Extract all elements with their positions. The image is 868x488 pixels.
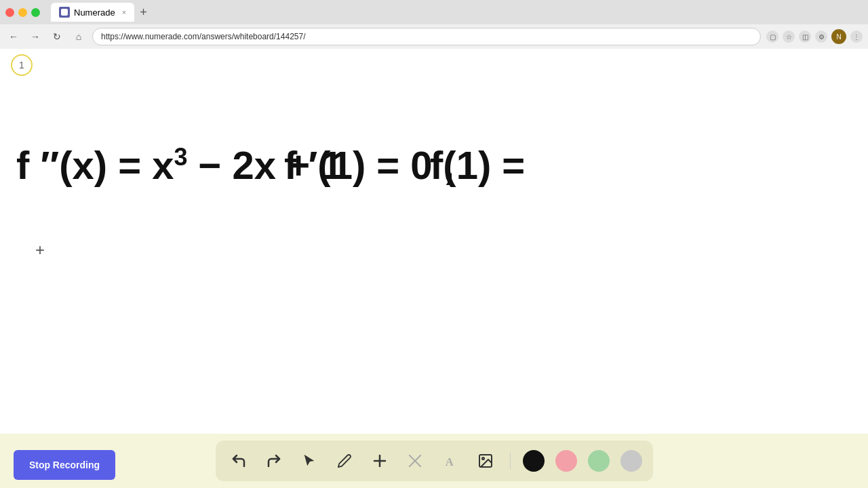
reload-button[interactable]: ↻ xyxy=(49,28,65,45)
step-indicator: 1 xyxy=(11,54,33,76)
color-black-button[interactable] xyxy=(523,450,545,472)
svg-text:A: A xyxy=(445,455,453,468)
redo-button[interactable] xyxy=(262,449,286,473)
bookmark-icon[interactable]: ☆ xyxy=(783,30,795,43)
url-text: https://www.numerade.com/answers/whitebo… xyxy=(101,32,306,41)
menu-icon[interactable]: ⋮ xyxy=(850,30,863,43)
minimize-button[interactable] xyxy=(18,8,27,17)
image-tool-button[interactable] xyxy=(473,449,498,473)
settings-icon[interactable]: ⚙ xyxy=(815,30,827,43)
svg-text:f ′(1) = 0 ,: f ′(1) = 0 , xyxy=(284,143,454,187)
svg-point-10 xyxy=(482,458,484,460)
tab-close-button[interactable]: × xyxy=(122,8,126,16)
eraser-tool-button[interactable] xyxy=(403,449,427,473)
toolbar-container: Stop Recording xyxy=(0,434,868,488)
url-input[interactable]: https://www.numerade.com/answers/whitebo… xyxy=(92,28,761,45)
color-pink-button[interactable] xyxy=(555,450,577,472)
crosshair-cursor: + xyxy=(35,241,45,260)
browser-frame: Numerade × + ← → ↻ ⌂ https://www.numerad… xyxy=(0,0,868,488)
drawing-toolbar: A xyxy=(216,441,653,481)
math-expression: f ″(x) = x3 − 2x + 1 f ′(1) = 0 , f(1) =… xyxy=(16,130,525,194)
math-svg: f ″(x) = x3 − 2x + 1 f ′(1) = 0 , f(1) =… xyxy=(16,130,525,191)
back-button[interactable]: ← xyxy=(5,28,22,45)
browser-icons: ▢ ☆ ◫ ⚙ N ⋮ xyxy=(766,29,863,44)
profile-avatar[interactable]: N xyxy=(831,29,846,44)
toolbar-separator xyxy=(510,453,511,469)
traffic-lights xyxy=(5,8,40,17)
extensions-icon[interactable]: ◫ xyxy=(799,30,811,43)
new-tab-button[interactable]: + xyxy=(137,5,150,20)
select-tool-button[interactable] xyxy=(297,449,321,473)
color-green-button[interactable] xyxy=(588,450,610,472)
pencil-tool-button[interactable] xyxy=(332,449,357,473)
svg-rect-0 xyxy=(61,9,68,16)
tab-title: Numerade xyxy=(74,7,115,18)
stop-recording-button[interactable]: Stop Recording xyxy=(14,450,115,480)
undo-button[interactable] xyxy=(226,449,251,473)
whiteboard-canvas[interactable]: 1 f ″(x) = x3 − 2x + 1 f ′(1) = 0 , f(1)… xyxy=(0,49,868,434)
close-button[interactable] xyxy=(5,8,14,17)
tab-bar: Numerade × + xyxy=(51,3,863,22)
address-bar: ← → ↻ ⌂ https://www.numerade.com/answers… xyxy=(0,24,868,49)
text-tool-button[interactable]: A xyxy=(438,449,462,473)
color-gray-button[interactable] xyxy=(620,450,642,472)
maximize-button[interactable] xyxy=(31,8,40,17)
title-bar: Numerade × + xyxy=(0,0,868,24)
add-tool-button[interactable] xyxy=(368,449,392,473)
active-tab[interactable]: Numerade × xyxy=(51,3,134,22)
forward-button[interactable]: → xyxy=(27,28,43,45)
screen-icon[interactable]: ▢ xyxy=(766,30,778,43)
svg-text:f(1) = 4: f(1) = 4 xyxy=(430,143,525,187)
tab-favicon xyxy=(59,7,70,18)
home-button[interactable]: ⌂ xyxy=(71,28,87,45)
